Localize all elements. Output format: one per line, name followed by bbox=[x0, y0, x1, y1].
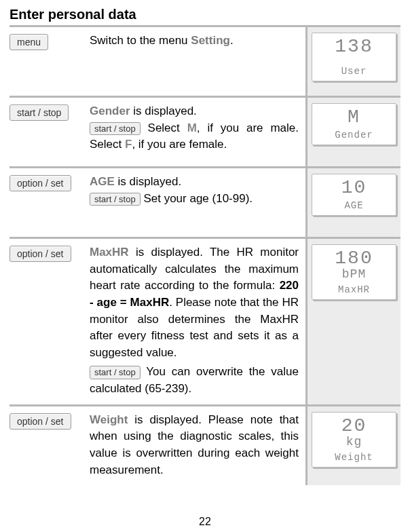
lcd-unit: kg bbox=[315, 436, 393, 449]
lcd-display: 10 AGE bbox=[312, 174, 396, 216]
lcd-label: Weight bbox=[315, 452, 393, 463]
row-setting: menu Switch to the menu Setting. 138 Use… bbox=[10, 25, 400, 96]
row-text: AGE is displayed. start / stop Set your … bbox=[90, 174, 299, 207]
lcd-label: Gender bbox=[315, 130, 393, 140]
lcd-label: AGE bbox=[315, 200, 393, 211]
page-number: 22 bbox=[0, 516, 410, 528]
row-weight: option / set Weight is displayed. Please… bbox=[10, 404, 400, 486]
start-stop-button-inline[interactable]: start / stop bbox=[90, 122, 141, 136]
start-stop-button-inline[interactable]: start / stop bbox=[90, 193, 141, 206]
row-text: Switch to the menu Setting. bbox=[90, 33, 299, 50]
lcd-label: MaxHR bbox=[315, 284, 393, 295]
lcd-display: 180 bPM MaxHR bbox=[312, 244, 396, 300]
lcd-value: M bbox=[315, 108, 393, 127]
lcd-display: M Gender bbox=[312, 103, 396, 145]
start-stop-button[interactable]: start / stop bbox=[10, 104, 69, 121]
option-set-button[interactable]: option / set bbox=[10, 413, 71, 430]
row-gender: start / stop Gender is displayed. start … bbox=[10, 96, 400, 166]
lcd-unit: bPM bbox=[315, 268, 393, 282]
row-text: Gender is displayed. start / stop Select… bbox=[90, 103, 299, 153]
menu-button[interactable]: menu bbox=[10, 34, 48, 50]
row-text: Weight is displayed. Please note that wh… bbox=[90, 412, 299, 479]
lcd-display: 20 kg Weight bbox=[312, 412, 396, 468]
row-age: option / set AGE is displayed. start / s… bbox=[10, 166, 400, 237]
lcd-value: 10 bbox=[315, 178, 393, 197]
lcd-value: 180 bbox=[315, 249, 393, 268]
lcd-label: User bbox=[315, 66, 393, 77]
page-title: Enter personal data bbox=[10, 7, 400, 22]
row-text: MaxHR is displayed. The HR monitor autom… bbox=[90, 244, 299, 361]
row-text-2: start / stop You can overwrite the value… bbox=[90, 364, 299, 397]
lcd-display: 138 User bbox=[312, 33, 396, 81]
row-maxhr: option / set MaxHR is displayed. The HR … bbox=[10, 237, 400, 404]
instruction-table: menu Switch to the menu Setting. 138 Use… bbox=[10, 25, 400, 485]
start-stop-button-inline[interactable]: start / stop bbox=[90, 366, 141, 379]
lcd-value: 20 bbox=[315, 417, 393, 436]
option-set-button[interactable]: option / set bbox=[10, 246, 71, 262]
lcd-value: 138 bbox=[315, 37, 393, 56]
option-set-button[interactable]: option / set bbox=[10, 175, 71, 191]
